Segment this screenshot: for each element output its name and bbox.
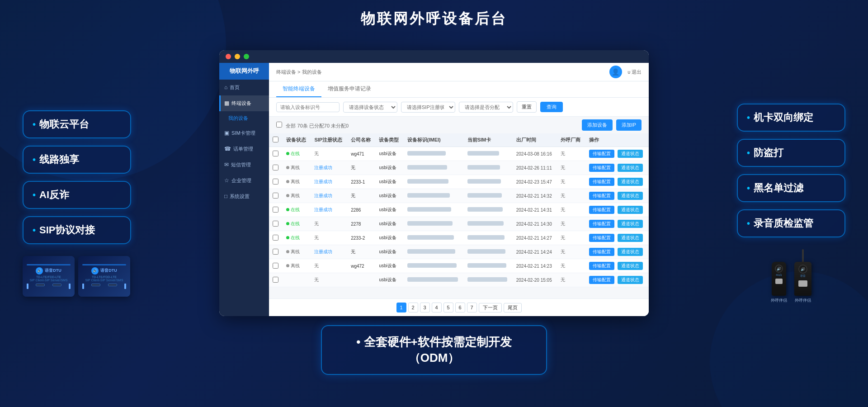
row-type: usbi设备 [375,231,403,245]
row-checkbox[interactable] [269,217,283,231]
search-button[interactable]: 查询 [540,102,563,112]
window-close-dot[interactable] [226,54,231,59]
channel-button[interactable]: 通道状态 [618,276,643,284]
row-vendor: 无 [557,147,585,161]
table-container: 设备状态 SIP注册状态 公司名称 设备类型 设备标识(IMEI) 当前SIM卡… [269,133,649,298]
channel-button[interactable]: 通道状态 [618,262,643,270]
row-sim [464,259,513,273]
row-imei [404,175,464,189]
channel-button[interactable]: 通道状态 [618,192,643,200]
logout-button[interactable]: ᴜ 退出 [627,69,642,76]
row-checkbox[interactable] [269,161,283,175]
row-company [347,273,375,287]
channel-button[interactable]: 通道状态 [618,164,643,172]
page-7[interactable]: 7 [467,303,477,312]
header-right: 👤 ᴜ 退出 [609,66,642,78]
calls-icon: ☎ [224,146,231,152]
row-checkbox[interactable] [269,259,283,273]
sidebar-home-label: 首页 [230,84,240,91]
config-button[interactable]: 传输配置 [589,206,614,214]
channel-button[interactable]: 通道状态 [618,206,643,214]
col-sip: SIP注册状态 [311,133,347,147]
last-page-button[interactable]: 尾页 [504,303,522,312]
row-status: 离线 [283,245,311,259]
channel-button[interactable]: 通道状态 [618,178,643,186]
config-button[interactable]: 传输配置 [589,276,614,284]
sidebar-item-system[interactable]: □ 系统设置 [219,189,269,204]
page-1[interactable]: 1 [396,303,406,312]
device-id-input[interactable] [276,102,340,112]
window-maximize-dot[interactable] [244,54,249,59]
row-sim [464,231,513,245]
add-device-button[interactable]: 添加设备 [582,119,613,131]
row-checkbox[interactable] [269,231,283,245]
config-button[interactable]: 传输配置 [589,150,614,158]
row-company: wg471 [347,147,375,161]
row-sim [464,217,513,231]
page-2[interactable]: 2 [408,303,418,312]
page-4[interactable]: 4 [432,303,442,312]
config-button[interactable]: 传输配置 [589,220,614,228]
sidebar-item-sms[interactable]: ✉ 短信管理 [219,157,269,173]
channel-button[interactable]: 通道状态 [618,248,643,256]
row-sim [464,161,513,175]
row-actions: 传输配置 通道状态 [585,147,649,161]
row-actions: 传输配置 通道状态 [585,231,649,245]
table-row: 无 usbi设备 2024-02-20 15:05 无 传输配置 通道状态 [269,273,649,287]
sidebar-item-home[interactable]: ⌂ 首页 [219,80,269,95]
assign-select[interactable]: 请选择是否分配 [459,102,513,113]
page-title: 物联网外呼设备后台 [361,9,507,29]
tab-devices[interactable]: 智能终端设备 [276,81,321,97]
reset-button[interactable]: 重置 [517,101,537,113]
sidebar-sub-my-devices[interactable]: 我的设备 [219,111,269,125]
bullet-ai: • [33,190,36,200]
bottom-section: • 全套硬件+软件按需定制开发（ODM） [321,325,547,375]
action-buttons: 添加设备 添加IP [582,119,642,131]
page-3[interactable]: 3 [420,303,430,312]
add-ip-button[interactable]: 添加IP [616,119,642,131]
table-row: 离线 无 wg472 usbi设备 2024-02-21 14:23 无 传输配… [269,259,649,273]
sidebar-item-enterprise[interactable]: ☆ 企业管理 [219,173,269,189]
next-page-button[interactable]: 下一页 [479,303,502,312]
row-sip: 无 [311,259,347,273]
header-checkbox[interactable] [273,137,278,142]
config-button[interactable]: 传输配置 [589,262,614,270]
odm-banner: • 全套硬件+软件按需定制开发（ODM） [321,325,547,375]
config-button[interactable]: 传输配置 [589,192,614,200]
channel-button[interactable]: 通道状态 [618,234,643,242]
row-vendor: 无 [557,273,585,287]
sidebar-item-devices[interactable]: ▦ 终端设备 [219,95,269,111]
row-checkbox[interactable] [269,175,283,189]
row-actions: 传输配置 通道状态 [585,189,649,203]
row-checkbox[interactable] [269,273,283,287]
page-6[interactable]: 6 [455,303,465,312]
table-row: 离线 注册成功 无 usbi设备 2024-02-26 11:11 无 传输配置… [269,161,649,175]
devices-table: 设备状态 SIP注册状态 公司名称 设备类型 设备标识(IMEI) 当前SIM卡… [269,133,649,287]
row-imei [404,245,464,259]
window-minimize-dot[interactable] [235,54,240,59]
sip-status-select[interactable]: 请选择SIP注册状态 [401,102,455,113]
bullet-cloud: • [33,119,36,130]
config-button[interactable]: 传输配置 [589,164,614,172]
window-titlebar [219,50,649,63]
config-button[interactable]: 传输配置 [589,248,614,256]
row-company: 2233-1 [347,175,375,189]
sidebar-item-calls[interactable]: ☎ 话单管理 [219,141,269,157]
channel-button[interactable]: 通道状态 [618,220,643,228]
device-dtu-1: 🔊 语音DTU TD-LTE/FDD-LTE SIP Client-SIP Se… [23,256,75,297]
device-status-select[interactable]: 请选择设备状态 [343,102,397,113]
config-button[interactable]: 传输配置 [589,178,614,186]
col-type: 设备类型 [375,133,403,147]
row-status: 在线 [283,231,311,245]
row-checkbox[interactable] [269,203,283,217]
select-all-checkbox[interactable] [276,122,282,128]
row-checkbox[interactable] [269,189,283,203]
sidebar-item-sim[interactable]: ▣ SIM卡管理 [219,125,269,141]
page-5[interactable]: 5 [443,303,453,312]
config-button[interactable]: 传输配置 [589,234,614,242]
tab-records[interactable]: 增值服务申请记录 [321,81,377,97]
row-checkbox[interactable] [269,147,283,161]
channel-button[interactable]: 通道状态 [618,150,643,158]
row-checkbox[interactable] [269,245,283,259]
row-status: 离线 [283,259,311,273]
